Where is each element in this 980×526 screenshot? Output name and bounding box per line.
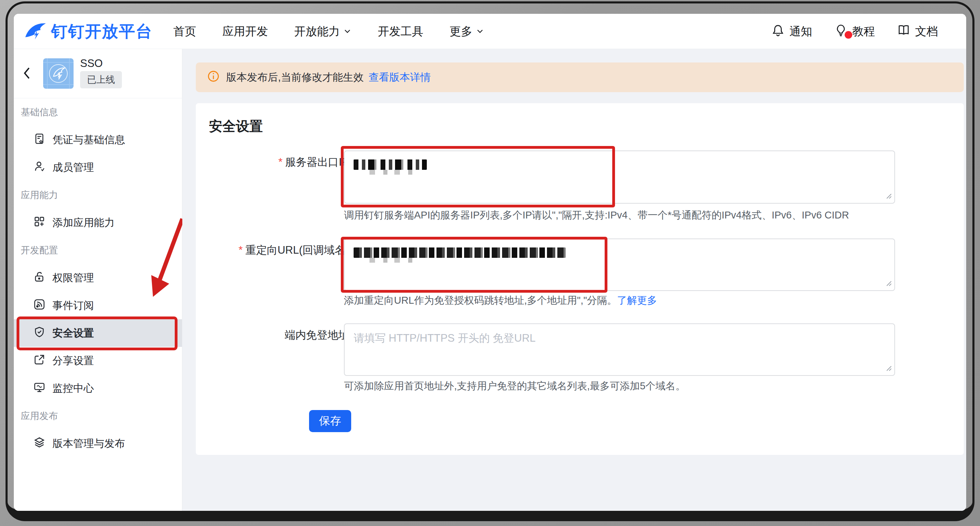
sidebar-item-event-subscription[interactable]: 事件订阅 [14,292,182,319]
shield-check-icon [33,326,46,341]
info-circle-icon [207,70,226,85]
redacted-value [353,159,427,170]
id-card-icon [33,132,46,147]
nav-item-dev-tools[interactable]: 开发工具 [378,24,423,39]
nav-menu: 首页 应用开发 开放能力 开发工具 更多 [173,14,484,49]
resize-grip-icon[interactable] [884,364,892,373]
notifications-button[interactable]: 通知 [772,24,812,39]
status-badge: 已上线 [80,71,122,88]
sso-free-login-label: 端内免登地址: [196,327,352,343]
app-window: 钉钉开放平台 首页 应用开发 开放能力 开发工具 更多 通知 教程 文档 [14,14,966,511]
view-version-details-link[interactable]: 查看版本详情 [368,70,431,84]
rss-icon [33,298,46,313]
sidebar-item-share-settings[interactable]: 分享设置 [14,347,182,375]
learn-more-link[interactable]: 了解更多 [617,295,657,306]
section-app-capability: 应用能力 [14,181,182,209]
chevron-down-icon [343,25,352,38]
section-basic-info: 基础信息 [14,99,182,126]
app-avatar [43,58,73,89]
resize-grip-icon[interactable] [884,191,892,201]
logo-text: 钉钉开放平台 [51,21,153,43]
redacted-value [353,248,566,258]
server-ip-textarea[interactable] [344,151,895,203]
version-notice-banner: 版本发布后,当前修改才能生效 查看版本详情 [196,62,964,92]
resize-grip-icon[interactable] [884,278,892,288]
sso-free-login-help: 可添加除应用首页地址外,支持用户免登的其它域名列表,最多可添加5个域名。 [344,379,686,393]
redirect-url-label: *重定向URL(回调域名): [196,243,352,258]
main-content: 版本发布后,当前修改才能生效 查看版本详情 安全设置 *服务器出口IP: 调用钉… [182,49,966,511]
sidebar-item-monitoring[interactable]: 监控中心 [14,375,182,402]
share-icon [33,353,46,368]
sidebar-item-version-release[interactable]: 版本管理与发布 [14,430,182,457]
chevron-down-icon [476,25,484,38]
grid-plus-icon [33,215,46,230]
user-icon [33,160,46,175]
nav-item-open-capability[interactable]: 开放能力 [294,24,352,39]
layers-icon [33,436,46,451]
section-dev-config: 开发配置 [14,237,182,264]
redirect-url-help: 添加重定向URL作为免登授权码跳转地址,多个地址用","分隔。了解更多 [344,294,657,308]
back-chevron-icon[interactable] [21,66,33,81]
sidebar-menu: 基础信息 凭证与基础信息 成员管理 应用能力 添加应用能力 开发配置 权限管理 [14,99,182,457]
nav-item-more[interactable]: 更多 [450,24,484,39]
nav-item-home[interactable]: 首页 [173,24,196,39]
notification-badge [845,31,852,39]
bell-icon [772,24,784,39]
docs-button[interactable]: 文档 [897,24,938,39]
sidebar: SSO 已上线 基础信息 凭证与基础信息 成员管理 应用能力 添加应用能力 开发… [14,49,182,511]
dingtalk-logo[interactable]: 钉钉开放平台 [24,14,153,49]
sso-free-login-textarea[interactable]: 请填写 HTTP/HTTPS 开头的 免登URL [344,323,895,376]
sidebar-item-add-capability[interactable]: 添加应用能力 [14,209,182,237]
top-nav: 钉钉开放平台 首页 应用开发 开放能力 开发工具 更多 通知 教程 文档 [14,14,966,49]
save-button[interactable]: 保存 [309,410,351,432]
page-title: 安全设置 [209,117,263,136]
textarea-placeholder: 请填写 HTTP/HTTPS 开头的 免登URL [353,331,536,345]
server-ip-label: *服务器出口IP: [196,155,352,170]
app-header: SSO 已上线 [14,49,182,99]
book-icon [897,24,910,39]
sidebar-item-security-settings[interactable]: 安全设置 [14,319,182,347]
section-app-release: 应用发布 [14,402,182,430]
dingtalk-wing-icon [24,21,47,42]
nav-item-app-dev[interactable]: 应用开发 [223,24,268,39]
monitor-icon [33,381,46,396]
sidebar-item-credentials[interactable]: 凭证与基础信息 [14,126,182,154]
unlock-icon [33,270,46,285]
sidebar-item-permissions[interactable]: 权限管理 [14,264,182,292]
server-ip-help: 调用钉钉服务端API的服务器IP列表,多个IP请以","隔开,支持:IPv4、带… [344,208,849,222]
required-asterisk: * [278,156,282,168]
required-asterisk: * [239,244,243,256]
banner-text: 版本发布后,当前修改才能生效 [226,70,364,84]
security-settings-card: 安全设置 *服务器出口IP: 调用钉钉服务端API的服务器IP列表,多个IP请以… [196,103,964,455]
nav-utilities: 通知 教程 文档 [772,14,938,49]
tutorial-button[interactable]: 教程 [834,24,875,39]
redirect-url-textarea[interactable] [344,238,895,291]
sidebar-item-members[interactable]: 成员管理 [14,154,182,181]
app-name: SSO [80,57,103,70]
